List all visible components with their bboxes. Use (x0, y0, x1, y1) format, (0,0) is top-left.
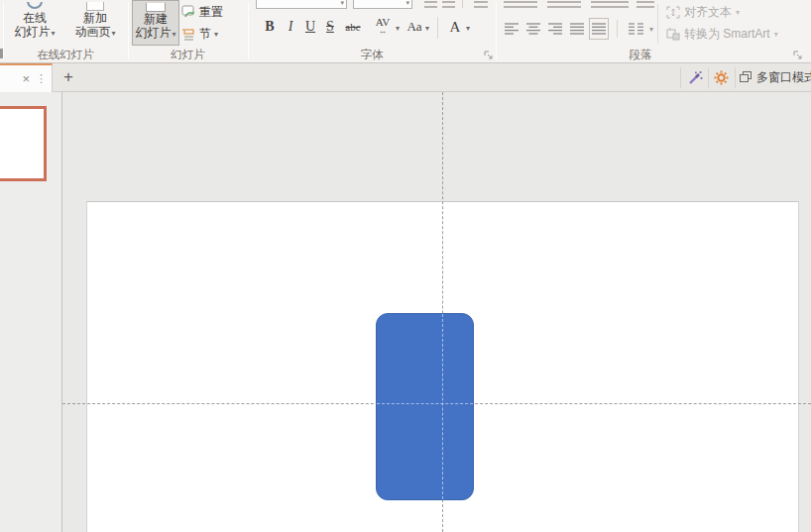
align-left-icon (505, 23, 520, 35)
group-label-paragraph: 段落 (555, 48, 726, 61)
smartart-icon (666, 28, 680, 41)
convert-smartart-label: 转换为 SmartArt (684, 26, 770, 43)
chevron-down-icon: ▾ (340, 0, 344, 7)
align-right-icon (548, 23, 563, 35)
new-anim-page-button[interactable]: 新加 动画页▾ (65, 0, 125, 46)
separator (680, 67, 681, 88)
multi-window-icon (740, 71, 753, 83)
ribbon: 在线 幻灯片▾ 新加 动画页▾ 在线幻灯片 新建 幻灯片▾ 重置 节 ▾ 幻灯片… (0, 0, 811, 63)
new-anim-page-label-1: 新加 (83, 11, 107, 25)
main-area (0, 92, 811, 532)
multi-window-mode-button[interactable]: 多窗口模式 (740, 63, 811, 91)
left-right-arrow-icon: ↔ (379, 27, 388, 36)
numbering-button-clipped[interactable] (547, 1, 581, 8)
bold-label: B (265, 19, 274, 35)
align-text-icon (666, 6, 680, 19)
reset-icon (181, 5, 196, 19)
change-case-button[interactable]: Aa (403, 15, 426, 39)
group-label-online-slides: 在线幻灯片 (3, 48, 128, 61)
close-tab-icon[interactable]: × (22, 72, 30, 85)
active-document-tab[interactable]: × ⋮ (0, 63, 53, 92)
chevron-down-icon: ▾ (214, 30, 218, 39)
separator (437, 17, 438, 39)
rounded-rectangle-shape[interactable] (376, 313, 474, 500)
char-spacing-button[interactable]: AV ↔ (368, 15, 398, 39)
magic-wand-icon (687, 70, 703, 86)
reset-button[interactable]: 重置 (181, 3, 223, 21)
bold-button[interactable]: B (260, 15, 280, 39)
separator (617, 20, 618, 38)
columns-icon (629, 23, 643, 35)
online-slides-label-2: 幻灯片▾ (14, 25, 55, 41)
chevron-down-icon: ▾ (466, 24, 470, 33)
font-color-label: A (450, 19, 461, 36)
settings-button[interactable] (710, 65, 733, 90)
gear-icon (714, 70, 729, 85)
new-slide-label-2: 幻灯片▾ (135, 26, 175, 42)
new-slide-button[interactable]: 新建 幻灯片▾ (132, 0, 179, 46)
group-label-font: 字体 (248, 48, 496, 61)
new-anim-page-label-2: 动画页▾ (74, 25, 115, 41)
columns-button[interactable] (624, 18, 647, 40)
align-right-button[interactable] (545, 18, 565, 40)
chevron-down-icon: ▾ (172, 30, 175, 39)
reset-label: 重置 (199, 4, 223, 21)
slide-thumbnail-selected[interactable] (0, 106, 47, 181)
online-slides-button[interactable]: 在线 幻灯片▾ (8, 0, 61, 46)
distribute-button[interactable] (589, 18, 609, 40)
separator (735, 67, 736, 88)
paragraph-dialog-launcher[interactable] (792, 50, 803, 60)
document-tab-bar: × ⋮ + 多窗口模式 (0, 63, 811, 92)
new-slide-label-1: 新建 (144, 12, 168, 26)
underline-button[interactable]: U (300, 15, 320, 39)
chevron-down-icon: ▾ (425, 24, 429, 33)
decrease-font-size-button[interactable] (442, 1, 455, 8)
increase-font-size-button[interactable] (424, 1, 437, 8)
vertical-guide-line-overlay (442, 314, 443, 499)
strikethrough-button[interactable]: abc (340, 15, 366, 39)
align-center-button[interactable] (523, 18, 543, 40)
font-dialog-launcher[interactable] (483, 50, 494, 60)
new-slide-icon (146, 3, 166, 12)
chevron-down-icon: ▾ (649, 25, 653, 34)
section-icon (182, 28, 196, 41)
italic-button[interactable]: I (281, 15, 300, 39)
bullets-button-clipped[interactable] (504, 1, 537, 8)
editing-canvas[interactable] (62, 92, 811, 532)
underline-label: U (305, 19, 315, 35)
font-color-button[interactable]: A (444, 15, 466, 39)
distribute-icon (592, 23, 607, 35)
slide-thumbnail-panel[interactable] (0, 92, 62, 532)
group-label-slides: 幻灯片 (128, 48, 248, 61)
line-spacing-button-clipped[interactable] (637, 1, 654, 8)
align-text-button[interactable]: 对齐文本 ▾ (666, 4, 740, 21)
strike-label: S (326, 19, 334, 35)
new-tab-button[interactable]: + (56, 63, 81, 91)
font-size-combobox[interactable]: ▾ (353, 0, 412, 9)
tab-menu-kebab-icon[interactable]: ⋮ (36, 72, 47, 85)
indent-buttons-clipped[interactable] (591, 1, 629, 8)
convert-smartart-button[interactable]: 转换为 SmartArt ▾ (666, 26, 778, 43)
clear-format-button[interactable] (474, 1, 488, 8)
multi-window-label: 多窗口模式 (756, 69, 811, 86)
horizontal-guide-line-overlay (377, 403, 473, 404)
justify-icon (570, 23, 585, 35)
strike-abc-label: abc (345, 21, 360, 33)
section-label: 节 (199, 26, 211, 43)
align-text-label: 对齐文本 (684, 4, 732, 21)
justify-button[interactable] (567, 18, 587, 40)
shadow-strike-button[interactable]: S (320, 15, 340, 39)
align-center-icon (526, 23, 541, 35)
chevron-down-icon: ▾ (111, 29, 115, 38)
online-slides-label-1: 在线 (23, 11, 47, 25)
section-button[interactable]: 节 ▾ (182, 25, 218, 43)
change-case-label: Aa (406, 19, 421, 35)
magic-wand-button[interactable] (682, 65, 707, 90)
chevron-down-icon: ▾ (396, 24, 400, 33)
group-separator (657, 4, 658, 44)
chevron-down-icon: ▾ (51, 29, 55, 38)
separator (462, 0, 463, 8)
align-left-button[interactable] (502, 18, 521, 40)
chevron-down-icon: ▾ (736, 8, 740, 17)
font-name-combobox[interactable]: ▾ (256, 0, 347, 9)
